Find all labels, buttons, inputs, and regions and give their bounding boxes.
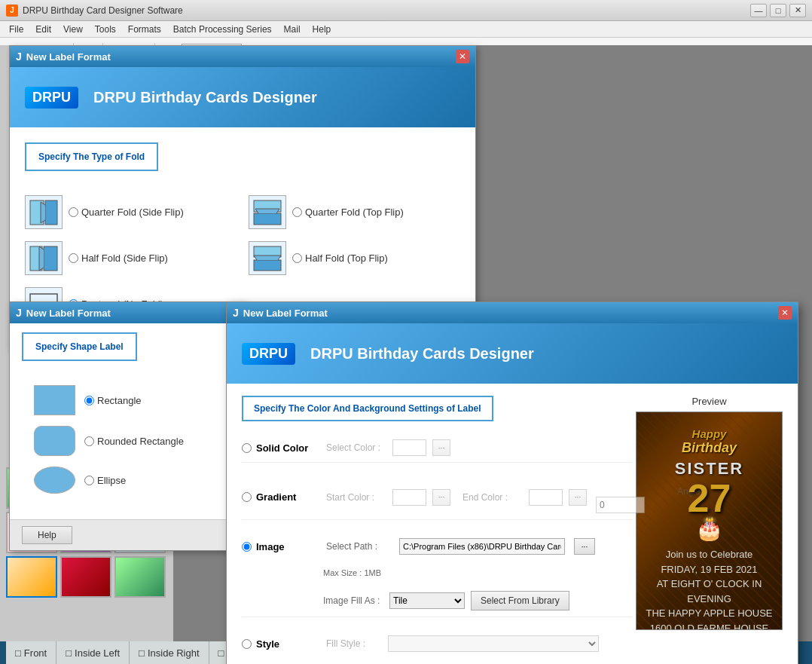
close-button[interactable]: ✕ <box>789 4 806 17</box>
solid-color-row: Solid Color Select Color : ··· <box>242 433 632 463</box>
svg-rect-1 <box>45 200 57 225</box>
fill-style-select[interactable] <box>388 635 599 652</box>
image-path-input[interactable]: C:\Program Files (x86)\DRPU Birthday Car… <box>399 538 565 555</box>
menu-edit[interactable]: Edit <box>29 23 57 36</box>
fill-style-label: Fill Style : <box>326 638 379 649</box>
solid-color-controls: Select Color : ··· <box>326 439 632 456</box>
fold-icon-half-side <box>25 241 63 275</box>
color-section-label: Specify The Color And Background Setting… <box>242 396 493 421</box>
shape-dialog-title-text: New Label Format <box>26 308 111 319</box>
fill-as-label: Image Fill As : <box>323 595 383 606</box>
app-icon: J <box>6 5 18 17</box>
image-row-top: Image Select Path : C:\Program Files (x8… <box>242 538 632 555</box>
menu-file[interactable]: File <box>3 23 29 36</box>
image-browse-button[interactable]: ··· <box>574 538 595 555</box>
fold-option-half-top: Half Fold (Top Flip) <box>249 241 460 275</box>
status-tab-front[interactable]: □ Front <box>6 641 56 664</box>
fill-as-select[interactable]: Tile Stretch Center Auto <box>389 592 465 609</box>
dialog1-logo: DRPU <box>25 87 78 109</box>
status-tab-inside-left[interactable]: □ Inside Left <box>56 641 130 664</box>
gradient-end-picker-btn[interactable]: ··· <box>569 489 587 506</box>
image-row-bottom: Image Fill As : Tile Stretch Center Auto… <box>323 591 569 610</box>
window-controls: — □ ✕ <box>750 4 806 17</box>
menu-batch[interactable]: Batch Processing Series <box>167 23 278 36</box>
fold-option-quarter-side: Quarter Fold (Side Flip) <box>25 195 237 229</box>
menu-tools[interactable]: Tools <box>89 23 122 36</box>
dialog1-header-title: DRPU Birthday Cards Designer <box>93 89 317 106</box>
fold-radio-input-half-top[interactable] <box>292 253 302 263</box>
back-tab-icon: □ <box>218 647 224 659</box>
fold-radio-half-side[interactable]: Half Fold (Side Flip) <box>69 252 168 264</box>
gradient-row: Gradient Start Color : ··· End Color : ·… <box>242 475 632 520</box>
svg-rect-5 <box>44 246 57 271</box>
fold-icon-quarter-side <box>25 195 63 229</box>
fold-label-half-top: Half Fold (Top Flip) <box>305 252 388 264</box>
maximize-button[interactable]: □ <box>770 4 786 17</box>
dialog1-header: DRPU DRPU Birthday Cards Designer <box>10 67 475 127</box>
gradient-start-picker-btn[interactable]: ··· <box>432 489 450 506</box>
dialog1-close-button[interactable]: ✕ <box>456 50 469 63</box>
shape-dialog-title-bar: J New Label Format <box>10 302 246 323</box>
dialog-shape-label: J New Label Format Specify Shape Label R… <box>9 301 246 551</box>
shape-preview-rounded <box>34 426 75 456</box>
dialog2-body: Specify The Color And Background Setting… <box>227 384 798 664</box>
dialog2-title-text: New Label Format <box>243 308 328 319</box>
menu-formats[interactable]: Formats <box>122 23 167 36</box>
shape-option-ellipse: Ellipse <box>34 467 221 494</box>
fold-radio-input-half-side[interactable] <box>69 253 78 263</box>
shape-radio-input-rectangle[interactable] <box>84 396 94 405</box>
shape-options-body: Rectangle Rounded Rectangle Ellipse <box>22 373 234 516</box>
image-radio[interactable] <box>242 542 252 552</box>
shape-radio-rounded[interactable]: Rounded Rectangle <box>84 436 184 447</box>
shape-radio-rectangle[interactable]: Rectangle <box>84 395 142 406</box>
shape-radio-input-rounded[interactable] <box>84 436 94 446</box>
solid-color-radio[interactable] <box>242 443 252 453</box>
fold-radio-quarter-side[interactable]: Quarter Fold (Side Flip) <box>69 207 184 218</box>
solid-color-swatch[interactable] <box>392 439 426 456</box>
fold-option-quarter-top: Quarter Fold (Top Flip) <box>249 195 460 229</box>
dialog1-title-bar: J New Label Format ✕ <box>10 46 475 67</box>
fold-radio-half-top[interactable]: Half Fold (Top Flip) <box>292 252 388 264</box>
menu-view[interactable]: View <box>57 23 89 36</box>
menu-help[interactable]: Help <box>307 23 337 36</box>
gradient-start-swatch[interactable] <box>392 489 426 506</box>
gradient-radio-label[interactable]: Gradient <box>242 491 317 503</box>
thumbnail-7[interactable] <box>6 556 57 598</box>
gradient-end-swatch[interactable] <box>529 489 563 506</box>
svg-rect-7 <box>254 260 281 271</box>
fold-label-half-side: Half Fold (Side Flip) <box>81 252 168 264</box>
shape-radio-ellipse[interactable]: Ellipse <box>84 475 126 486</box>
inside-left-tab-icon: □ <box>66 647 72 659</box>
shape-preview-rectangle <box>34 385 75 415</box>
dialog2-header: DRPU DRPU Birthday Cards Designer <box>227 323 798 384</box>
card-cake-icon: 🎂 <box>695 515 723 541</box>
max-size-label: Max Size : 1MB <box>323 568 381 577</box>
menu-mail[interactable]: Mail <box>278 23 307 36</box>
fold-radio-quarter-top[interactable]: Quarter Fold (Top Flip) <box>292 207 404 218</box>
solid-color-picker-btn[interactable]: ··· <box>432 439 450 456</box>
select-from-library-button[interactable]: Select From Library <box>471 591 569 610</box>
shape-help-button[interactable]: Help <box>22 526 72 544</box>
fold-radio-input-quarter-side[interactable] <box>69 207 78 217</box>
select-path-label: Select Path : <box>326 541 390 552</box>
fold-radio-input-quarter-top[interactable] <box>292 207 302 217</box>
status-tab-inside-right[interactable]: □ Inside Right <box>130 641 209 664</box>
dialog2-title-bar: J New Label Format ✕ <box>227 302 798 323</box>
inside-left-tab-label: Inside Left <box>75 647 120 659</box>
shape-label-rounded: Rounded Rectangle <box>97 436 184 447</box>
style-radio[interactable] <box>242 639 252 649</box>
minimize-button[interactable]: — <box>750 4 767 17</box>
shape-radio-input-ellipse[interactable] <box>84 476 94 485</box>
shape-preview-ellipse <box>34 467 75 494</box>
menu-bar: File Edit View Tools Formats Batch Proce… <box>0 21 812 38</box>
style-radio-label[interactable]: Style <box>242 638 317 650</box>
app-title: DRPU Birthday Card Designer Software <box>23 5 750 16</box>
solid-color-radio-label[interactable]: Solid Color <box>242 442 317 454</box>
image-radio-label[interactable]: Image <box>242 541 317 552</box>
image-row-middle: Max Size : 1MB <box>323 568 381 577</box>
thumbnail-9[interactable] <box>114 556 166 598</box>
dialog2-close-button[interactable]: ✕ <box>778 306 792 320</box>
inside-right-tab-icon: □ <box>139 647 145 659</box>
thumbnail-8[interactable] <box>60 556 111 598</box>
gradient-radio[interactable] <box>242 492 252 502</box>
